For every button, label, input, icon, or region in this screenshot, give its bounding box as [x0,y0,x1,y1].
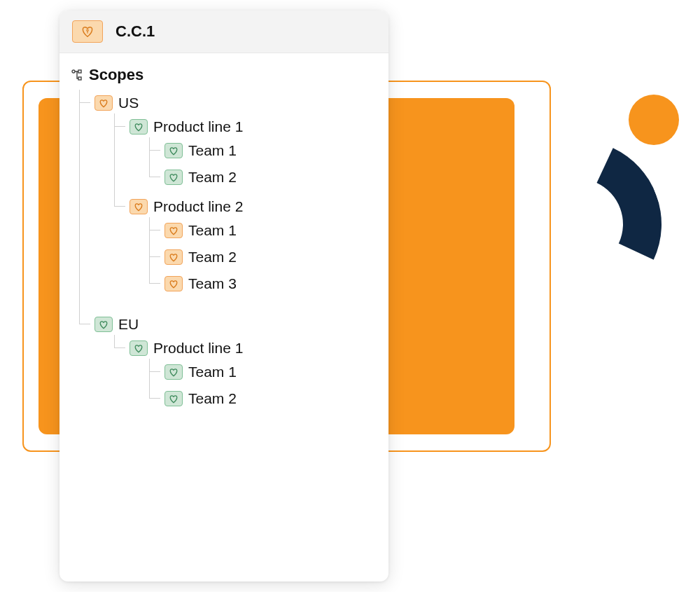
tree-node-label: Team 3 [188,275,237,292]
svg-point-2 [72,70,75,73]
heart-icon [164,143,183,158]
heart-icon [164,364,183,380]
scope-tree: US Product line 1 [59,90,388,425]
tree-team[interactable]: Team 2 [164,167,377,188]
tree-node-label: Team 2 [188,169,237,186]
tree-node-label: Team 1 [188,364,237,380]
tree-node-label: Team 1 [188,222,237,239]
card-header: C.C.1 [59,11,388,53]
heart-icon [130,119,148,135]
svg-point-0 [87,29,89,32]
tree-productline[interactable]: Product line 1 [130,338,377,359]
tree-team[interactable]: Team 3 [164,273,377,294]
tree-node-label: EU [118,316,139,333]
tree-node-label: US [118,95,139,111]
tree-productline[interactable]: Product line 2 [130,196,377,217]
heart-icon [164,170,183,185]
tree-productline[interactable]: Product line 1 [130,116,377,137]
heart-key-icon [72,20,103,43]
tree-region-eu[interactable]: EU [94,314,377,335]
heart-icon [94,95,113,111]
tree-team[interactable]: Team 1 [164,362,377,383]
tree-team[interactable]: Team 1 [164,140,377,161]
tree-node-label: Product line 2 [153,198,243,215]
tree-team[interactable]: Team 2 [164,247,377,268]
card-title: C.C.1 [115,22,155,41]
tree-node-label: Team 2 [188,249,237,266]
decor-dot [629,95,679,145]
tree-node-label: Product line 1 [153,340,243,357]
scope-card: C.C.1 Scopes US [59,11,388,581]
section-title: Scopes [89,66,144,84]
heart-icon [164,249,183,265]
tree-node-label: Team 2 [188,390,237,407]
svg-rect-3 [78,70,81,73]
heart-icon [164,391,183,406]
tree-team[interactable]: Team 1 [164,220,377,241]
heart-icon [94,317,113,332]
heart-icon [130,199,148,214]
section-title-row: Scopes [59,53,388,90]
tree-node-label: Product line 1 [153,118,243,135]
tree-team[interactable]: Team 2 [164,388,377,409]
tree-region-us[interactable]: US [94,92,377,113]
heart-icon [130,340,148,356]
tree-node-label: Team 1 [188,142,237,159]
heart-icon [164,223,183,238]
heart-icon [164,276,183,291]
svg-rect-4 [78,77,81,80]
hierarchy-icon [71,69,83,81]
